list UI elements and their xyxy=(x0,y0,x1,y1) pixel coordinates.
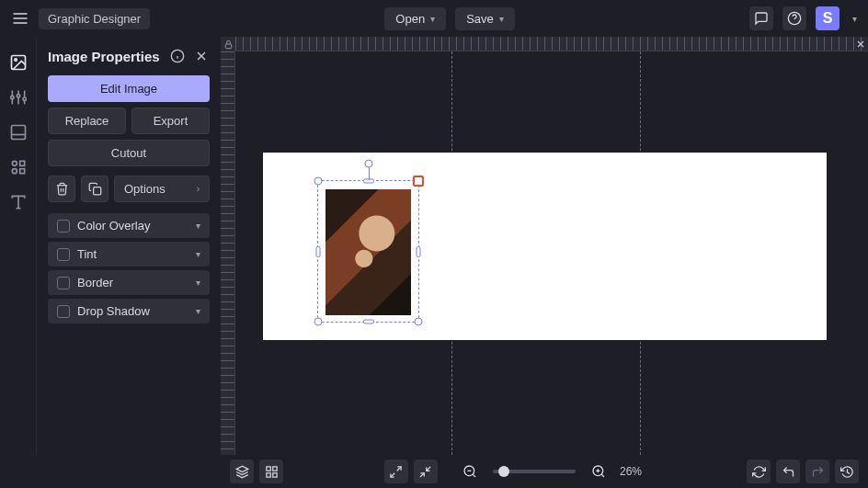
stage[interactable] xyxy=(235,51,868,455)
svg-line-43 xyxy=(473,474,475,477)
chevron-down-icon: ▾ xyxy=(196,249,200,259)
export-button[interactable]: Export xyxy=(131,108,210,134)
effect-label: Drop Shadow xyxy=(77,304,150,318)
account-menu-icon[interactable]: ▾ xyxy=(852,14,857,24)
fit-icon[interactable] xyxy=(414,460,438,483)
vertical-ruler[interactable] xyxy=(221,51,235,455)
save-button[interactable]: Save ▾ xyxy=(455,7,515,30)
undo-icon[interactable] xyxy=(776,460,800,483)
effect-border[interactable]: Border ▾ xyxy=(48,270,210,295)
effect-tint[interactable]: Tint ▾ xyxy=(48,242,210,267)
chevron-down-icon: ▾ xyxy=(196,278,200,288)
delete-icon[interactable] xyxy=(48,176,75,202)
panel-title: Image Properties xyxy=(48,49,162,64)
info-icon[interactable] xyxy=(169,48,186,64)
handle-tl[interactable] xyxy=(314,177,323,186)
checkbox-icon[interactable] xyxy=(57,277,70,289)
edit-image-button[interactable]: Edit Image xyxy=(48,75,210,102)
panel-tool-icon[interactable] xyxy=(9,123,28,142)
checkbox-icon[interactable] xyxy=(57,248,70,261)
hamburger-icon[interactable] xyxy=(11,9,29,28)
svg-point-20 xyxy=(12,169,17,174)
text-tool-icon[interactable] xyxy=(9,193,28,211)
horizontal-ruler[interactable] xyxy=(235,37,868,51)
svg-line-39 xyxy=(391,472,394,476)
svg-marker-33 xyxy=(236,466,248,471)
shapes-tool-icon[interactable] xyxy=(9,158,28,176)
open-button[interactable]: Open ▾ xyxy=(384,7,446,30)
svg-rect-21 xyxy=(19,169,24,174)
svg-point-14 xyxy=(17,95,19,97)
grid-icon[interactable] xyxy=(259,460,283,483)
handle-br[interactable] xyxy=(415,318,423,326)
chevron-down-icon: ▾ xyxy=(499,14,504,24)
effect-label: Border xyxy=(77,276,113,289)
chevron-right-icon: › xyxy=(197,184,200,194)
svg-line-38 xyxy=(397,466,401,470)
ruler-lock-icon[interactable] xyxy=(221,37,235,51)
image-properties-panel: Image Properties Edit Image Replace Expo… xyxy=(37,37,221,455)
effect-drop-shadow[interactable]: Drop Shadow ▾ xyxy=(48,299,210,323)
fullscreen-icon[interactable] xyxy=(384,460,408,483)
redo-icon[interactable] xyxy=(805,460,829,483)
replace-button[interactable]: Replace xyxy=(48,108,126,134)
svg-rect-16 xyxy=(11,126,25,140)
effect-label: Tint xyxy=(77,247,97,261)
zoom-knob[interactable] xyxy=(498,466,509,477)
refresh-icon[interactable] xyxy=(747,460,771,483)
app-title[interactable]: Graphic Designer xyxy=(39,8,150,29)
checkbox-icon[interactable] xyxy=(57,220,70,233)
options-button[interactable]: Options › xyxy=(114,176,210,202)
help-icon[interactable] xyxy=(782,6,806,30)
svg-rect-37 xyxy=(266,472,269,476)
svg-line-46 xyxy=(601,474,604,477)
chevron-down-icon: ▾ xyxy=(196,221,200,231)
svg-point-6 xyxy=(14,59,16,62)
checkbox-icon[interactable] xyxy=(57,305,70,318)
svg-line-40 xyxy=(427,466,430,470)
handle-right[interactable] xyxy=(417,246,421,257)
open-label: Open xyxy=(395,12,425,26)
effect-label: Color Overlay xyxy=(77,219,150,233)
canvas-area xyxy=(221,37,868,455)
cutout-button[interactable]: Cutout xyxy=(48,140,210,166)
handle-bottom[interactable] xyxy=(363,320,374,324)
handle-left[interactable] xyxy=(316,246,321,257)
zoom-in-icon[interactable] xyxy=(587,460,611,483)
zoom-percent: 26% xyxy=(620,465,642,478)
sliders-tool-icon[interactable] xyxy=(9,88,28,107)
svg-rect-34 xyxy=(266,466,269,470)
top-bar: Graphic Designer Open ▾ Save ▾ S ▾ xyxy=(0,0,868,37)
layers-icon[interactable] xyxy=(230,460,254,483)
rotate-line xyxy=(369,167,370,180)
image-tool-icon[interactable] xyxy=(9,53,28,72)
svg-rect-30 xyxy=(225,44,231,49)
options-label: Options xyxy=(124,182,166,196)
chat-icon[interactable] xyxy=(749,6,773,30)
handle-tr-highlight[interactable] xyxy=(413,176,424,187)
copy-icon[interactable] xyxy=(81,176,108,202)
tool-rail xyxy=(0,37,37,455)
close-ruler-icon[interactable] xyxy=(853,37,868,51)
svg-rect-35 xyxy=(272,466,276,470)
svg-point-15 xyxy=(23,97,26,100)
svg-line-41 xyxy=(420,472,424,476)
save-label: Save xyxy=(466,12,494,26)
chevron-down-icon: ▾ xyxy=(430,14,435,24)
svg-rect-19 xyxy=(19,161,24,165)
close-panel-icon[interactable] xyxy=(193,48,210,64)
zoom-slider[interactable] xyxy=(493,470,576,473)
svg-point-13 xyxy=(10,96,13,98)
avatar[interactable]: S xyxy=(816,6,839,30)
bottom-bar: 26% xyxy=(221,455,868,488)
handle-bl[interactable] xyxy=(314,318,323,326)
history-icon[interactable] xyxy=(835,460,859,483)
svg-point-18 xyxy=(12,161,17,165)
effect-color-overlay[interactable]: Color Overlay ▾ xyxy=(48,213,210,238)
chevron-down-icon: ▾ xyxy=(196,306,200,316)
svg-rect-36 xyxy=(272,472,276,476)
zoom-out-icon[interactable] xyxy=(458,460,482,483)
selection-bounds[interactable] xyxy=(317,180,419,323)
svg-rect-29 xyxy=(93,187,100,195)
